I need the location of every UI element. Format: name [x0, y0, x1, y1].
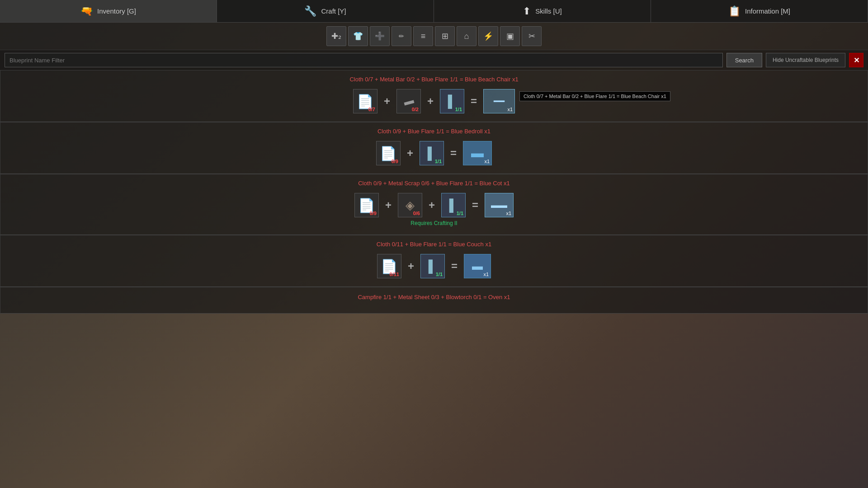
nav-information-label: Information [M] [745, 7, 790, 15]
scrap-icon-3: ◈ [406, 198, 415, 212]
cloth-count-3: 0/9 [370, 211, 377, 216]
result-box-1: ━━ x1 [483, 89, 515, 113]
recipe-blue-bedroll[interactable]: Cloth 0/9 + Blue Flare 1/1 = Blue Bedrol… [0, 122, 868, 174]
blueflare-item-box-2: ▌ 1/1 [420, 141, 444, 165]
nav-craft[interactable]: 🔧 Craft [Y] [217, 0, 434, 22]
toolbar-ammo[interactable]: ⊞ [435, 26, 455, 46]
cloth-count-2: 0/9 [392, 159, 398, 164]
cloth-count-1: 0/7 [368, 107, 375, 112]
ingredient-metalbar-1: ▬ 0/2 [396, 89, 421, 113]
nav-skills[interactable]: ⬆ Skills [U] [434, 0, 651, 22]
toolbar-melee-icon: ✏ [399, 33, 404, 40]
toolbar-medical-icon: ➕ [375, 31, 385, 41]
result-icon-4: ▬ [472, 260, 483, 272]
blueflare-count-1: 1/1 [455, 107, 462, 112]
cloth-item-box-4: 📄 0/11 [377, 254, 401, 278]
recipe-oven[interactable]: Campfire 1/1 + Metal Sheet 0/3 + Blowtor… [0, 287, 868, 314]
plus-op-1: + [384, 95, 390, 108]
recipe-blue-cot[interactable]: Cloth 0/9 + Metal Scrap 0/6 + Blue Flare… [0, 174, 868, 235]
toolbar-all-icon: ✚₂ [331, 31, 341, 41]
craft-toolbar: ✚₂ 👕 ➕ ✏ ≡ ⊞ ⌂ ⚡ ▣ ✂ [0, 23, 868, 50]
ingredient-scrap-3: ◈ 0/6 [398, 193, 422, 217]
cloth-item-box-3: 📄 0/9 [354, 193, 379, 217]
recipe-blue-beach-chair-row: 📄 0/7 + ▬ 0/2 + ▌ 1/1 = [9, 89, 859, 113]
skills-icon: ⬆ [523, 5, 531, 17]
search-button[interactable]: Search [726, 53, 762, 67]
recipe-blue-bedroll-title: Cloth 0/9 + Blue Flare 1/1 = Blue Bedrol… [9, 128, 859, 135]
inventory-icon: 🔫 [80, 5, 93, 17]
toolbar-electricity-icon: ⚡ [483, 31, 493, 41]
toolbar-clothing-icon: 👕 [353, 31, 363, 41]
toolbar-ammo-icon: ⊞ [442, 31, 448, 41]
search-bar: Search Hide Uncraftable Blueprints ✕ [0, 50, 868, 70]
metalbar-item-box-1: ▬ 0/2 [396, 89, 421, 113]
toolbar-housing-icon: ⌂ [464, 32, 469, 41]
cloth-item-box-1: 📄 0/7 [353, 89, 377, 113]
result-icon-1: ━━ [494, 96, 505, 107]
recipe-blue-beach-chair[interactable]: Cloth 0/7 + Metal Bar 0/2 + Blue Flare 1… [0, 70, 868, 122]
toolbar-storage-icon: ▣ [506, 31, 514, 41]
cloth-item-box-2: 📄 0/9 [376, 141, 401, 165]
equals-op-3: = [472, 199, 478, 211]
result-icon-2: ▬ [471, 146, 484, 160]
equals-op-1: = [471, 95, 477, 108]
toolbar-electricity[interactable]: ⚡ [478, 26, 498, 46]
result-count-2: x1 [484, 159, 490, 164]
recipe-oven-title: Campfire 1/1 + Metal Sheet 0/3 + Blowtor… [9, 294, 859, 300]
toolbar-housing[interactable]: ⌂ [457, 26, 476, 46]
nav-information[interactable]: 📋 Information [M] [651, 0, 868, 22]
blueflare-item-box-4: ▌ 1/1 [420, 254, 445, 278]
result-count-1: x1 [507, 107, 513, 112]
recipe-blue-couch-row: 📄 0/11 + ▌ 1/1 = ▬ x1 [9, 254, 859, 278]
recipe-blue-couch[interactable]: Cloth 0/11 + Blue Flare 1/1 = Blue Couch… [0, 235, 868, 287]
equals-op-2: = [450, 147, 457, 160]
ingredient-cloth-3: 📄 0/9 [354, 193, 379, 217]
result-box-3: ▬▬ x1 [485, 193, 514, 217]
ingredient-cloth-4: 📄 0/11 [377, 254, 401, 278]
plus-op-2: + [427, 95, 434, 108]
result-blue-bedroll: ▬ x1 [463, 141, 492, 165]
crafting-list: Cloth 0/7 + Metal Bar 0/2 + Blue Flare 1… [0, 70, 868, 488]
scrap-item-box-3: ◈ 0/6 [398, 193, 422, 217]
blueflare-item-box-3: ▌ 1/1 [441, 193, 466, 217]
blueflare-count-2: 1/1 [435, 159, 442, 164]
nav-craft-label: Craft [Y] [321, 7, 346, 15]
result-box-4: ▬ x1 [464, 254, 491, 278]
ingredient-blueflare-2: ▌ 1/1 [420, 141, 444, 165]
ingredient-blueflare-1: ▌ 1/1 [440, 89, 464, 113]
toolbar-storage[interactable]: ▣ [500, 26, 520, 46]
blueflare-count-4: 1/1 [436, 272, 443, 277]
nav-inventory[interactable]: 🔫 Inventory [G] [0, 0, 217, 22]
cloth-count-4: 0/11 [390, 272, 399, 277]
nav-skills-label: Skills [U] [535, 7, 561, 15]
result-blue-couch: ▬ x1 [464, 254, 491, 278]
scrap-count-3: 0/6 [413, 211, 420, 216]
close-icon: ✕ [854, 56, 859, 65]
ingredient-blueflare-3: ▌ 1/1 [441, 193, 466, 217]
toolbar-clothing[interactable]: 👕 [348, 26, 368, 46]
recipe-blue-cot-title: Cloth 0/9 + Metal Scrap 0/6 + Blue Flare… [9, 180, 859, 187]
toolbar-medical[interactable]: ➕ [370, 26, 390, 46]
toolbar-all[interactable]: ✚₂ [326, 26, 346, 46]
toolbar-tools[interactable]: ✂ [522, 26, 542, 46]
ingredient-cloth-1: 📄 0/7 [353, 89, 377, 113]
recipe-blue-cot-row: 📄 0/9 + ◈ 0/6 + ▌ 1/1 = ▬ [9, 193, 859, 217]
metalbar-icon-1: ▬ [402, 94, 415, 108]
search-input[interactable] [5, 53, 723, 67]
plus-op-4: + [385, 199, 392, 211]
plus-op-5: + [429, 199, 435, 211]
information-icon: 📋 [728, 5, 741, 17]
top-nav: 🔫 Inventory [G] 🔧 Craft [Y] ⬆ Skills [U]… [0, 0, 868, 23]
toolbar-melee[interactable]: ✏ [392, 26, 411, 46]
plus-op-6: + [408, 260, 414, 272]
result-box-2: ▬ x1 [463, 141, 492, 165]
hide-uncraftable-button[interactable]: Hide Uncraftable Blueprints [766, 53, 845, 67]
close-search-button[interactable]: ✕ [849, 53, 863, 67]
blueflare-icon-3: ▌ [449, 198, 458, 212]
nav-inventory-label: Inventory [G] [97, 7, 136, 15]
toolbar-tools-icon: ✂ [528, 31, 535, 41]
blueflare-item-box-1: ▌ 1/1 [440, 89, 464, 113]
craft-icon: 🔧 [304, 5, 316, 17]
toolbar-ranged[interactable]: ≡ [413, 26, 433, 46]
blueflare-count-3: 1/1 [457, 211, 463, 216]
